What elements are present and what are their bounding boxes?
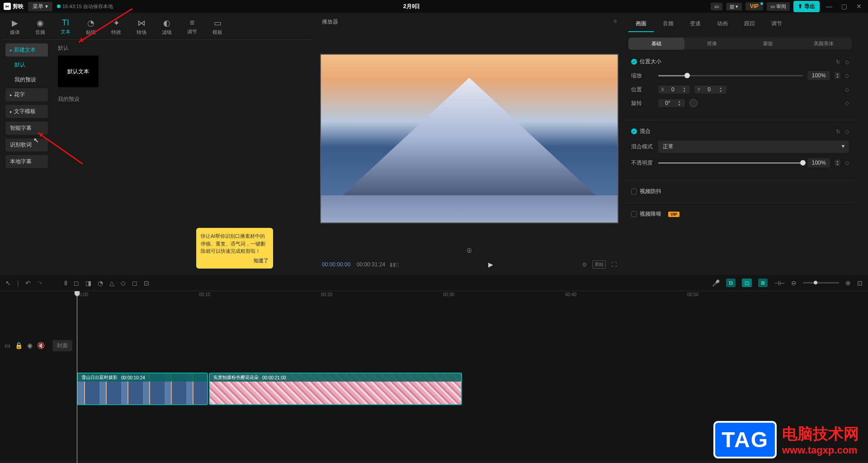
sidebar-default[interactable]: 默认 bbox=[5, 58, 48, 71]
tab-adjust[interactable]: ≡调节 bbox=[184, 16, 201, 38]
checkbox-off-icon[interactable] bbox=[631, 211, 637, 217]
tab-audio[interactable]: ◉音频 bbox=[32, 16, 49, 38]
tab-template[interactable]: ▭模板 bbox=[209, 16, 226, 38]
tl-chip-1[interactable]: ⊟ bbox=[726, 279, 736, 287]
split-icon[interactable]: Ⅱ bbox=[64, 279, 67, 287]
zoom-fit-icon[interactable]: ⊡ bbox=[857, 279, 863, 287]
zoom-slider[interactable] bbox=[803, 282, 839, 283]
mic-icon[interactable]: 🎤 bbox=[712, 279, 720, 287]
undo-icon[interactable]: ↶ bbox=[25, 279, 31, 287]
ratio-button[interactable]: 原始 bbox=[592, 260, 606, 269]
rotation-dial[interactable] bbox=[689, 99, 698, 107]
zoom-in-icon[interactable]: ⊕ bbox=[845, 279, 851, 287]
tab-effect[interactable]: ✦特效 bbox=[108, 16, 125, 38]
mirror-icon[interactable]: △ bbox=[109, 279, 114, 287]
tab-transition[interactable]: ⋈转场 bbox=[133, 16, 150, 38]
lock-icon[interactable]: 🔒 bbox=[15, 342, 23, 349]
rotate-icon[interactable]: ◇ bbox=[121, 279, 126, 287]
redo-icon[interactable]: ↷ bbox=[37, 279, 42, 287]
mute-icon[interactable]: 🔇 bbox=[37, 342, 45, 349]
keyframe-icon[interactable]: ◇ bbox=[845, 160, 849, 166]
close-button[interactable]: ✕ bbox=[854, 3, 864, 10]
tip-dismiss-button[interactable]: 知道了 bbox=[201, 257, 269, 265]
prop-tab-picture[interactable]: 画面 bbox=[628, 16, 654, 32]
subtab-beauty[interactable]: 美颜美体 bbox=[796, 38, 852, 50]
focus-icon[interactable]: ⊙ bbox=[582, 261, 587, 268]
scale-slider[interactable] bbox=[658, 75, 803, 76]
clip-2[interactable]: 实景拍摄粉色樱花花朵00:00:21:00 bbox=[209, 373, 462, 405]
track-toggle-icon[interactable]: ▭ bbox=[5, 342, 10, 349]
prop-tab-speed[interactable]: 变速 bbox=[683, 16, 708, 32]
sidebar-local-subtitle[interactable]: 本地字幕 bbox=[5, 155, 48, 168]
caption-icon[interactable]: ⊡ bbox=[144, 279, 149, 287]
review-button[interactable]: ▭ 审阅 bbox=[767, 2, 790, 11]
reset-icon[interactable]: ↻ bbox=[836, 59, 840, 65]
default-text-card[interactable]: 默认文本 bbox=[58, 56, 99, 87]
menu-dropdown[interactable]: 菜单 ▾ bbox=[28, 2, 52, 11]
video-canvas[interactable] bbox=[320, 54, 618, 223]
timeline-ruler[interactable]: 00:00 00:10 00:20 00:30 00:40 00:50 bbox=[77, 291, 868, 300]
tl-chip-2[interactable]: ◫ bbox=[742, 279, 752, 287]
divider bbox=[625, 180, 855, 180]
subtab-cutout[interactable]: 抠像 bbox=[684, 38, 741, 50]
tab-filter[interactable]: ◐滤镜 bbox=[158, 16, 175, 38]
sidebar-flower[interactable]: 花字 bbox=[5, 88, 48, 101]
topbar-left: ✂ 剪映 菜单 ▾ 16:43:15 自动保存本地 bbox=[4, 2, 113, 11]
play-button[interactable]: ▶ bbox=[488, 261, 493, 268]
align-icon[interactable]: ⊣⊢ bbox=[774, 279, 785, 287]
position-x-input[interactable]: X0▲▼ bbox=[658, 85, 690, 94]
vip-badge[interactable]: VIP bbox=[745, 2, 763, 10]
delete-right-icon[interactable]: ◨ bbox=[85, 279, 91, 287]
shortcut-button-2[interactable]: ▥ ▾ bbox=[726, 3, 742, 10]
position-y-input[interactable]: Y0▲▼ bbox=[694, 85, 726, 94]
checkbox-off-icon[interactable] bbox=[631, 189, 637, 194]
clip-1[interactable]: 雪山日出延时摄影00:00:10:24 bbox=[77, 373, 208, 405]
select-tool-icon[interactable]: ↖ bbox=[5, 279, 11, 287]
tl-chip-3[interactable]: ⊞ bbox=[758, 279, 768, 287]
crop-icon[interactable]: ◻ bbox=[132, 279, 137, 287]
opacity-spinner[interactable]: ▲▼ bbox=[835, 160, 840, 166]
prop-tab-animation[interactable]: 动画 bbox=[710, 16, 735, 32]
subtab-mask[interactable]: 蒙版 bbox=[740, 38, 796, 50]
prop-tab-audio[interactable]: 音频 bbox=[656, 16, 681, 32]
keyframe-icon[interactable]: ◇ bbox=[845, 72, 849, 79]
prop-tab-tracking[interactable]: 跟踪 bbox=[737, 16, 762, 32]
tab-media[interactable]: ▶媒体 bbox=[6, 16, 24, 38]
sidebar-smart-subtitle[interactable]: 智能字幕 bbox=[5, 122, 48, 135]
rotation-label: 旋转 bbox=[631, 99, 654, 107]
speed-icon[interactable]: ◔ bbox=[98, 279, 103, 287]
opacity-value[interactable]: 100% bbox=[807, 158, 830, 167]
rotation-input[interactable]: 0°▲▼ bbox=[658, 99, 685, 107]
checkbox-on-icon[interactable]: ✓ bbox=[631, 59, 637, 65]
prop-tab-adjust[interactable]: 调节 bbox=[764, 16, 789, 32]
shortcut-button-1[interactable]: ▭ bbox=[711, 3, 722, 10]
blend-mode-dropdown[interactable]: 正常▾ bbox=[658, 141, 849, 153]
keyframe-icon[interactable]: ◇ bbox=[845, 59, 849, 65]
tab-text[interactable]: TI文本 bbox=[57, 16, 74, 38]
zoom-out-icon[interactable]: ⊖ bbox=[791, 279, 797, 287]
fullscreen-icon[interactable]: ⛶ bbox=[611, 261, 617, 268]
reset-icon[interactable]: ↻ bbox=[836, 128, 840, 135]
tab-sticker[interactable]: ◔贴纸 bbox=[82, 16, 99, 38]
opacity-slider[interactable] bbox=[658, 162, 803, 164]
sidebar-text-template[interactable]: 文字模板 bbox=[5, 105, 48, 118]
export-button[interactable]: ⬆ 导出 bbox=[793, 1, 820, 12]
cover-button[interactable]: 封面 bbox=[52, 340, 72, 351]
sidebar-new-text[interactable]: 新建文本 bbox=[5, 43, 48, 57]
visibility-icon[interactable]: ◉ bbox=[27, 342, 33, 349]
keyframe-icon[interactable]: ◇ bbox=[845, 128, 849, 135]
delete-left-icon[interactable]: ◻ bbox=[74, 279, 79, 287]
sidebar-lyrics[interactable]: 识别歌词 bbox=[5, 138, 48, 151]
minimize-button[interactable]: — bbox=[823, 3, 835, 10]
sidebar-my-preset[interactable]: 我的预设 bbox=[5, 73, 48, 86]
keyframe-icon[interactable]: ◇ bbox=[845, 86, 849, 93]
record-icon[interactable]: ⦿ bbox=[467, 248, 472, 254]
scale-spinner[interactable]: ▲▼ bbox=[835, 72, 840, 79]
checkbox-on-icon[interactable]: ✓ bbox=[631, 128, 637, 134]
subtab-basic[interactable]: 基础 bbox=[628, 38, 684, 50]
preview-menu-icon[interactable]: ≡ bbox=[613, 18, 617, 26]
scale-value[interactable]: 100% bbox=[807, 71, 830, 80]
playhead[interactable] bbox=[77, 291, 77, 463]
keyframe-icon[interactable]: ◇ bbox=[845, 100, 849, 106]
maximize-button[interactable]: ▢ bbox=[839, 3, 850, 10]
